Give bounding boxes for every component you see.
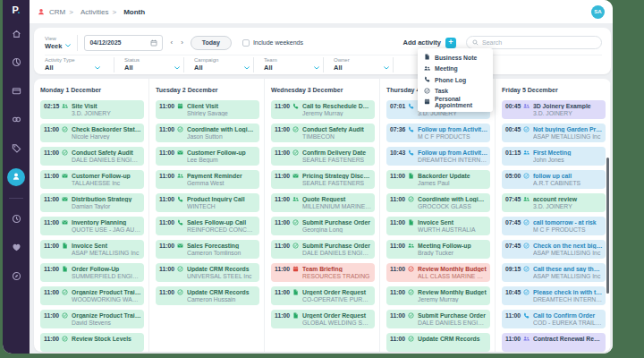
activity-card[interactable]: 07:36Follow up from Activity 5579 ...M C…: [386, 124, 490, 142]
activity-card[interactable]: 07:45account review3.D. JOINERY: [502, 193, 606, 212]
menu-item-task[interactable]: Task: [418, 86, 493, 98]
activity-card[interactable]: 11:00Inventory PlanningQUOTE USE - JAG A…: [40, 217, 144, 235]
activity-card[interactable]: 11:00Review Monthly BudgetJeremy Murray: [386, 286, 490, 305]
activity-title: Confirm Delivery Date: [302, 149, 372, 156]
activity-card[interactable]: 11:00Coordinate with LogisticsGROCOCK GL…: [386, 193, 490, 212]
activity-card[interactable]: 05:00follow up callA.R.T CABINETS: [502, 170, 606, 189]
activity-card[interactable]: 11:00Conduct Safety AuditTIMBECON: [271, 124, 375, 142]
activity-time: 11:00: [44, 219, 62, 226]
menu-item-business-note[interactable]: Business Note: [418, 52, 493, 64]
activity-time: 11:00: [505, 312, 523, 319]
activity-card[interactable]: 00:45Not buying Garden Products -...ASAP…: [502, 124, 606, 142]
activity-card[interactable]: 11:00Product Inquiry CallWINTECH: [156, 193, 259, 212]
sidebar-item-heart[interactable]: [7, 239, 25, 257]
activity-time: 11:00: [505, 336, 523, 342]
activity-card[interactable]: 11:00Submit Purchase OrderDALE DANIELS E…: [271, 240, 375, 259]
sidebar-item-pie-chart[interactable]: [7, 54, 25, 72]
menu-item-personal-appointment[interactable]: Personal Appointment: [418, 97, 493, 108]
activity-title: Quote Request: [302, 196, 372, 202]
activity-card[interactable]: 11:00Contract Renewal Reminder: [502, 333, 606, 352]
breadcrumb-separator: >: [69, 8, 73, 16]
sidebar-item-handshake[interactable]: [7, 111, 25, 129]
activity-card[interactable]: 01:15First MeetingJohn Jones: [502, 147, 606, 166]
breadcrumb-activities[interactable]: Activities: [80, 8, 109, 16]
page-background: P. CRM > Activities > Month SA View Week: [0, 0, 644, 358]
activity-card[interactable]: 11:00Customer Follow-upLee Begum: [156, 147, 259, 166]
activity-card[interactable]: 11:00Conduct Safety AuditDALE DANIELS EN…: [40, 147, 144, 166]
activity-card[interactable]: 11:00Urgent Order RequestCO-OPERATIVE PU…: [271, 286, 375, 305]
sidebar-item-wallet[interactable]: [7, 82, 25, 100]
activity-card[interactable]: 11:00Review Monthly BudgetALL CLASS MARI…: [386, 263, 490, 282]
breadcrumb-crm[interactable]: CRM: [49, 8, 65, 16]
search-input[interactable]: [482, 39, 596, 46]
include-weekends-checkbox[interactable]: [242, 39, 250, 47]
activity-card[interactable]: 09:15Call these and say thanks!ASAP META…: [502, 263, 606, 282]
activity-card[interactable]: 11:00Backorder UpdateJames Paul: [386, 170, 490, 189]
filter-status[interactable]: StatusAll: [114, 57, 184, 72]
activity-card[interactable]: 11:00Invoice SentWURTH AUSTRALIA: [386, 217, 490, 235]
activity-card[interactable]: 11:00Submit Purchase OrderGeorgina Long: [271, 217, 375, 235]
activity-card[interactable]: 11:00Update CRM Records: [386, 333, 490, 352]
today-button[interactable]: Today: [191, 36, 232, 50]
menu-item-meeting[interactable]: Meeting: [418, 64, 493, 75]
activity-card[interactable]: 11:00Call to Confirm OrderCOD - EUREKA T…: [502, 310, 606, 328]
sidebar-item-compass[interactable]: [7, 268, 25, 286]
filter-campaign[interactable]: CampaignAll: [184, 57, 254, 72]
menu-item-phone-log[interactable]: Phone Log: [418, 74, 493, 86]
activity-card[interactable]: 11:00Urgent Order RequestGLOBAL WELDING …: [271, 310, 375, 328]
prev-arrow[interactable]: ‹: [169, 38, 174, 47]
activity-card[interactable]: 11:00Order Follow-UpSUMMERFIELD ENGINEER…: [40, 263, 144, 282]
activity-time: 11:00: [44, 336, 62, 342]
activity-time: 11:00: [159, 243, 177, 249]
user-avatar[interactable]: SA: [591, 5, 605, 19]
activity-card[interactable]: 11:00Sales Follow-up CallREINFORCED CONC…: [156, 217, 259, 235]
activity-subtitle: SEARLE FASTENERS: [302, 157, 372, 163]
tag-icon: [12, 141, 21, 157]
activity-card[interactable]: 11:00Client VisitShirley Savage: [156, 100, 259, 119]
activity-card[interactable]: 11:00Organize Product TrainingDavid Stev…: [40, 310, 144, 328]
activity-card[interactable]: 02:15Site Visit3.D. JOINERY: [40, 100, 144, 119]
activity-subtitle: ALL CLASS MARINE GLOBAL I...: [418, 273, 487, 279]
activity-card[interactable]: 11:00Meeting Follow-upBrady Tucker: [386, 240, 490, 259]
activity-card[interactable]: 11:00Organize Product TrainingWOODWORKIN…: [40, 286, 144, 305]
activity-card[interactable]: 11:00Update CRM RecordsUNIVERSAL STEEL I…: [156, 263, 259, 282]
activity-card[interactable]: 11:00Sales ForecastingCameron Tomlinson: [156, 240, 259, 259]
activity-card[interactable]: 11:00Team BriefingRESOURCES TRADING: [271, 263, 375, 282]
day-column: Tuesday 2 December11:00Client VisitShirl…: [149, 79, 265, 352]
activity-card[interactable]: 11:00Review Stock Levels: [40, 333, 144, 352]
activity-card[interactable]: 11:00Submit Purchase OrderDALE DANIELS E…: [386, 310, 490, 328]
activity-card[interactable]: 11:00Pricing Strategy DiscussionSEARLE F…: [271, 170, 375, 189]
phone-icon: [424, 76, 430, 83]
activity-card[interactable]: 11:00Call to Reschedule DeliveryJeremy M…: [271, 100, 375, 119]
menu-item-label: Business Note: [435, 55, 477, 61]
task-icon: [408, 266, 418, 272]
vertical-scrollbar[interactable]: [606, 158, 609, 294]
date-input[interactable]: 04/12/2025: [84, 35, 163, 51]
activity-card[interactable]: 11:00Invoice SentASAP METALLISING Inc: [40, 240, 144, 259]
activity-card[interactable]: 10:45Please check in with theseDREAMTECH…: [502, 286, 606, 305]
view-selector[interactable]: View Week: [45, 36, 71, 50]
sidebar-item-history[interactable]: [7, 210, 25, 228]
add-activity-button[interactable]: +: [445, 38, 456, 48]
activity-card[interactable]: 11:00Update CRM RecordsCameron Hussain: [156, 286, 259, 305]
activity-card[interactable]: 11:00Confirm Delivery DateSEARLE FASTENE…: [271, 147, 375, 166]
filter-activity-type[interactable]: Activity TypeAll: [45, 57, 114, 72]
activity-card[interactable]: 07:45Check on the next big deal the...AS…: [502, 240, 606, 259]
activity-card[interactable]: 11:00Coordinate with LogisticsJason Sutt…: [156, 124, 259, 142]
activity-card[interactable]: 11:00Quote RequestMILLENNIUM MARINE AUST: [271, 193, 375, 212]
filter-team[interactable]: TeamAll: [254, 57, 324, 72]
sidebar-item-contacts[interactable]: [7, 168, 25, 186]
activity-card[interactable]: 11:00Check Backorder StatusNicole Harvey: [40, 124, 144, 142]
app-logo: P.: [13, 4, 21, 15]
activity-card[interactable]: 11:00Payment ReminderGemma West: [156, 170, 259, 189]
activity-card[interactable]: 07:45call tomorrow - at riskM C F PRODUC…: [502, 217, 606, 235]
activity-card[interactable]: 00:453D Joinery Example3.D. JOINERY: [502, 100, 606, 119]
activity-card[interactable]: 11:00Distribution StrategyDamian Taylor: [40, 193, 144, 212]
activity-subtitle: ASAP METALLISING Inc: [533, 273, 603, 279]
sidebar-item-tag[interactable]: [7, 140, 25, 158]
sidebar-item-home[interactable]: [7, 25, 25, 43]
activity-card[interactable]: 11:00Customer Follow-upTALLAHESSE Inc: [40, 170, 144, 189]
activity-card[interactable]: 10:43Follow up from Activity 5580 ...DRE…: [386, 147, 490, 166]
filter-owner[interactable]: OwnerAll: [324, 57, 394, 72]
next-arrow[interactable]: ›: [180, 38, 184, 47]
